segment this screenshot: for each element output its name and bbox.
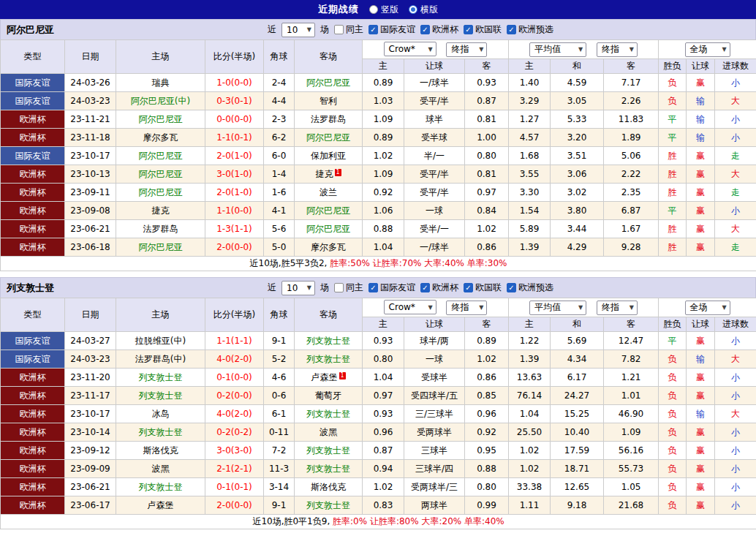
col-result-handicap: 让球: [687, 317, 715, 332]
competition-type-badge: 欧洲杯: [1, 405, 65, 423]
handicap-odds-home: 0.96: [363, 423, 404, 442]
away-team[interactable]: 智利: [295, 92, 363, 110]
avg-odds-away: 7.17: [604, 74, 659, 92]
handicap-odds-type-select[interactable]: 终指 ▼: [446, 42, 487, 57]
competition-checkbox[interactable]: ✓欧洲杯: [420, 282, 458, 294]
handicap-odds-group: Crow* ▼ 终指 ▼: [363, 298, 509, 317]
col-avg-away: 客: [604, 317, 659, 332]
away-team[interactable]: 列支敦士登: [295, 442, 363, 460]
euro-odds-type-select[interactable]: 终指 ▼: [597, 42, 638, 57]
bookmaker-select[interactable]: Crow* ▼: [384, 300, 436, 314]
home-team[interactable]: 列支敦士登: [116, 478, 205, 496]
handicap-odds-home: 0.92: [363, 184, 404, 202]
scope-select[interactable]: 全场 ▼: [685, 42, 730, 57]
away-team[interactable]: 列支敦士登: [295, 332, 363, 350]
col-score: 比分(半场): [205, 298, 264, 332]
avg-odds-home: 5.89: [509, 220, 551, 238]
away-team[interactable]: 阿尔巴尼亚: [295, 202, 363, 220]
result-win-draw-loss: 负: [659, 496, 687, 515]
competition-checkbox[interactable]: ✓国际友谊: [368, 282, 415, 294]
home-team[interactable]: 冰岛: [116, 405, 205, 423]
home-team[interactable]: 波黑: [116, 460, 205, 478]
competition-checkbox[interactable]: ✓欧洲预选: [507, 282, 553, 294]
layout-horizontal-radio[interactable]: 横版: [409, 4, 438, 16]
match-count-select[interactable]: 10 ▼: [281, 281, 315, 295]
team-name-text: 列支敦士登: [306, 500, 350, 510]
away-team[interactable]: 摩尔多瓦: [295, 238, 363, 257]
away-team[interactable]: 列支敦士登: [295, 460, 363, 478]
team-name-text: 摩尔多瓦: [143, 132, 178, 143]
home-team[interactable]: 法罗群岛: [116, 220, 205, 238]
home-team[interactable]: 捷克: [116, 202, 205, 220]
home-team[interactable]: 法罗群岛(中): [116, 350, 205, 369]
away-team[interactable]: 捷克1: [295, 165, 363, 184]
competition-checkbox[interactable]: ✓国际友谊: [368, 23, 415, 36]
checkbox-checked-icon: ✓: [464, 283, 473, 292]
handicap-odds-type-select[interactable]: 终指 ▼: [446, 301, 487, 315]
home-team[interactable]: 卢森堡: [116, 496, 205, 515]
same-host-checkbox[interactable]: 同主: [334, 282, 363, 294]
scope-select[interactable]: 全场 ▼: [685, 301, 730, 315]
competition-type-badge: 欧洲杯: [1, 220, 65, 238]
match-date: 23-09-09: [65, 460, 116, 478]
avg-odds-away: 7.82: [604, 350, 659, 369]
away-team[interactable]: 阿尔巴尼亚: [295, 74, 363, 92]
home-team[interactable]: 阿尔巴尼亚: [116, 147, 205, 165]
away-team[interactable]: 葡萄牙: [295, 387, 363, 405]
home-team[interactable]: 阿尔巴尼亚(中): [116, 92, 205, 110]
away-team[interactable]: 列支敦士登: [295, 350, 363, 369]
home-team[interactable]: 列支敦士登: [116, 369, 205, 387]
summary-prefix: 近10场,胜5平3负2,: [250, 258, 328, 268]
home-team[interactable]: 阿尔巴尼亚: [116, 110, 205, 129]
col-result-handicap: 让球: [687, 59, 715, 74]
home-team[interactable]: 瑞典: [116, 74, 205, 92]
avg-odds-away: 2.35: [604, 184, 659, 202]
match-score: 3-0(3-0): [205, 442, 264, 460]
home-team[interactable]: 摩尔多瓦: [116, 129, 205, 147]
average-select[interactable]: 平均值 ▼: [529, 301, 586, 315]
result-win-draw-loss: 负: [659, 350, 687, 369]
match-date: 23-10-17: [65, 405, 116, 423]
away-team[interactable]: 列支敦士登: [295, 405, 363, 423]
bookmaker-select[interactable]: Crow* ▼: [384, 42, 436, 56]
handicap-odds-away: 0.92: [465, 423, 509, 442]
away-team[interactable]: 卢森堡1: [295, 369, 363, 387]
result-handicap: 赢: [687, 332, 715, 350]
competition-checkbox[interactable]: ✓欧洲杯: [420, 23, 458, 36]
away-team[interactable]: 斯洛伐克: [295, 478, 363, 496]
match-date: 23-10-17: [65, 147, 116, 165]
home-team[interactable]: 拉脱维亚(中): [116, 332, 205, 350]
competition-checkbox[interactable]: ✓欧国联: [464, 282, 502, 294]
handicap-odds-away: 0.80: [465, 478, 509, 496]
home-team[interactable]: 列支敦士登: [116, 387, 205, 405]
away-team[interactable]: 阿尔巴尼亚: [295, 220, 363, 238]
layout-vertical-radio[interactable]: 竖版: [369, 4, 398, 16]
home-team[interactable]: 阿尔巴尼亚: [116, 238, 205, 257]
result-goals: 走: [715, 238, 756, 257]
home-team[interactable]: 斯洛伐克: [116, 442, 205, 460]
home-team[interactable]: 阿尔巴尼亚: [116, 165, 205, 184]
team-name-text: 拉脱维亚(中): [135, 336, 186, 346]
away-team[interactable]: 列支敦士登: [295, 496, 363, 515]
summary-stat: 让胜率:80%: [367, 516, 419, 526]
competition-checkbox[interactable]: ✓欧洲预选: [507, 23, 553, 36]
col-type: 类型: [1, 298, 65, 332]
checkbox-label: 欧洲杯: [432, 23, 458, 36]
match-date: 23-11-18: [65, 129, 116, 147]
home-team[interactable]: 列支敦士登: [116, 423, 205, 442]
average-select[interactable]: 平均值 ▼: [529, 42, 586, 57]
bookmaker-select-value: Crow*: [389, 44, 415, 54]
competition-checkbox[interactable]: ✓欧国联: [464, 23, 502, 36]
match-row: 欧洲杯23-11-21阿尔巴尼亚0-0(0-0)2-3法罗群岛1.09球半0.8…: [1, 110, 756, 129]
match-score: 2-0(0-0): [205, 238, 264, 257]
away-team[interactable]: 波黑: [295, 423, 363, 442]
home-team[interactable]: 阿尔巴尼亚: [116, 184, 205, 202]
away-team[interactable]: 波兰: [295, 184, 363, 202]
match-count-select[interactable]: 10 ▼: [281, 23, 315, 37]
away-team[interactable]: 法罗群岛: [295, 110, 363, 129]
euro-odds-type-select[interactable]: 终指 ▼: [597, 301, 638, 315]
chevron-down-icon: ▼: [722, 304, 726, 311]
same-host-checkbox[interactable]: 同主: [334, 23, 363, 36]
away-team[interactable]: 保加利亚: [295, 147, 363, 165]
away-team[interactable]: 阿尔巴尼亚: [295, 129, 363, 147]
